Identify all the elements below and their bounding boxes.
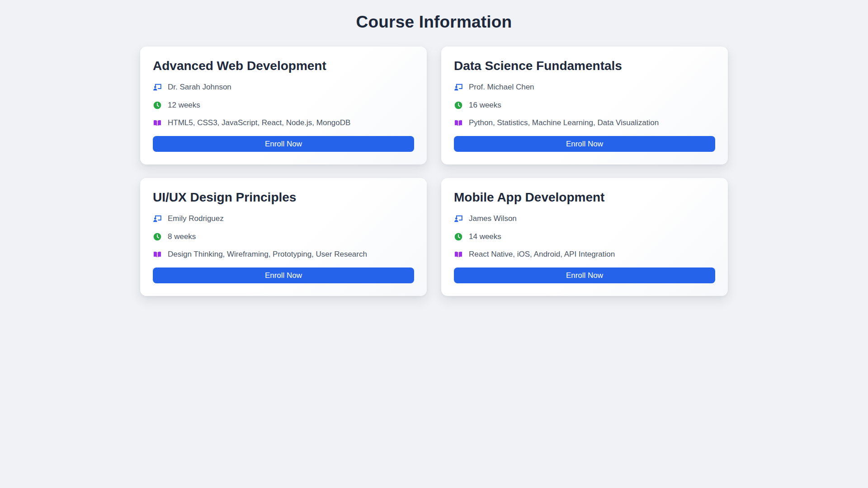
course-topics: HTML5, CSS3, JavaScript, React, Node.js,… <box>168 118 350 127</box>
duration-row: 14 weeks <box>454 232 715 241</box>
instructor-row: Prof. Michael Chen <box>454 83 715 92</box>
clock-icon <box>454 232 463 241</box>
course-duration: 12 weeks <box>168 101 200 110</box>
course-cards-grid: Advanced Web Development Dr. Sarah Johns… <box>140 47 728 296</box>
open-book-icon <box>454 250 463 259</box>
instructor-name: Dr. Sarah Johnson <box>168 83 231 92</box>
course-duration: 16 weeks <box>469 101 501 110</box>
clock-icon <box>153 101 162 110</box>
course-card: Data Science Fundamentals Prof. Michael … <box>441 47 728 164</box>
chalkboard-user-icon <box>153 214 162 223</box>
instructor-row: James Wilson <box>454 214 715 223</box>
instructor-row: Emily Rodriguez <box>153 214 414 223</box>
topics-row: Design Thinking, Wireframing, Prototypin… <box>153 250 414 259</box>
chalkboard-user-icon <box>153 83 162 92</box>
duration-row: 12 weeks <box>153 101 414 110</box>
duration-row: 8 weeks <box>153 232 414 241</box>
topics-row: Python, Statistics, Machine Learning, Da… <box>454 118 715 127</box>
topics-row: React Native, iOS, Android, API Integrat… <box>454 250 715 259</box>
course-card: UI/UX Design Principles Emily Rodriguez … <box>140 178 427 296</box>
instructor-name: Emily Rodriguez <box>168 214 224 223</box>
course-title: UI/UX Design Principles <box>153 190 414 205</box>
course-title: Data Science Fundamentals <box>454 59 715 73</box>
open-book-icon <box>454 118 463 127</box>
course-card: Mobile App Development James Wilson 14 w… <box>441 178 728 296</box>
instructor-name: James Wilson <box>469 214 517 223</box>
enroll-button[interactable]: Enroll Now <box>454 136 715 152</box>
clock-icon <box>153 232 162 241</box>
instructor-name: Prof. Michael Chen <box>469 83 534 92</box>
course-topics: Python, Statistics, Machine Learning, Da… <box>469 118 659 127</box>
course-topics: Design Thinking, Wireframing, Prototypin… <box>168 250 367 259</box>
course-duration: 14 weeks <box>469 232 501 241</box>
course-card: Advanced Web Development Dr. Sarah Johns… <box>140 47 427 164</box>
open-book-icon <box>153 250 162 259</box>
duration-row: 16 weeks <box>454 101 715 110</box>
page-title: Course Information <box>0 13 868 32</box>
instructor-row: Dr. Sarah Johnson <box>153 83 414 92</box>
enroll-button[interactable]: Enroll Now <box>454 267 715 283</box>
course-duration: 8 weeks <box>168 232 196 241</box>
course-topics: React Native, iOS, Android, API Integrat… <box>469 250 615 259</box>
enroll-button[interactable]: Enroll Now <box>153 136 414 152</box>
clock-icon <box>454 101 463 110</box>
topics-row: HTML5, CSS3, JavaScript, React, Node.js,… <box>153 118 414 127</box>
chalkboard-user-icon <box>454 214 463 223</box>
chalkboard-user-icon <box>454 83 463 92</box>
course-title: Mobile App Development <box>454 190 715 205</box>
course-title: Advanced Web Development <box>153 59 414 73</box>
open-book-icon <box>153 118 162 127</box>
enroll-button[interactable]: Enroll Now <box>153 267 414 283</box>
